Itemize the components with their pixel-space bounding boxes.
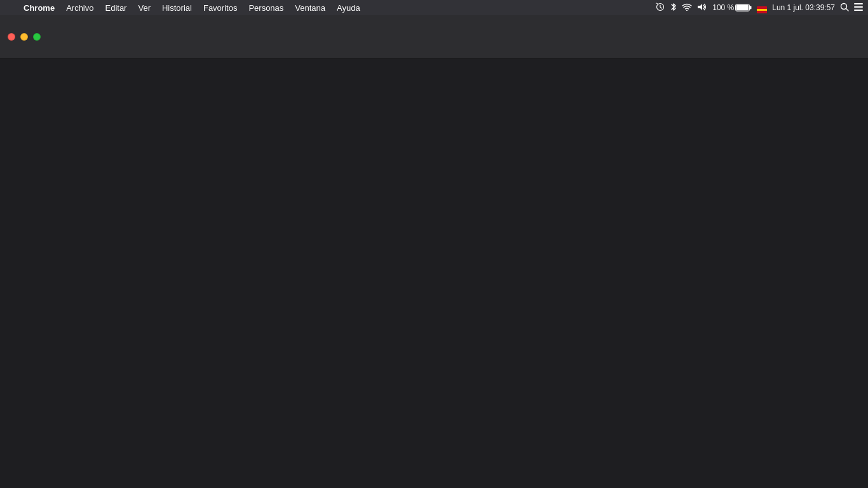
app-name-menu[interactable]: Chrome bbox=[19, 2, 59, 14]
control-center-icon[interactable] bbox=[854, 3, 863, 13]
menu-favoritos[interactable]: Favoritos bbox=[199, 2, 241, 14]
menu-editar[interactable]: Editar bbox=[100, 2, 131, 14]
menubar-left: Chrome Archivo Editar Ver Historial Favo… bbox=[5, 2, 365, 14]
time-machine-icon[interactable] bbox=[655, 3, 665, 13]
bluetooth-icon[interactable] bbox=[670, 3, 677, 13]
chrome-window-header bbox=[0, 15, 868, 58]
svg-point-1 bbox=[686, 10, 688, 11]
battery-status[interactable]: 100 % bbox=[712, 3, 752, 12]
menu-ver[interactable]: Ver bbox=[133, 2, 155, 14]
menu-historial[interactable]: Historial bbox=[158, 2, 196, 14]
spotlight-search-icon[interactable] bbox=[840, 3, 849, 13]
svg-rect-9 bbox=[854, 6, 863, 8]
svg-rect-10 bbox=[854, 10, 863, 11]
menu-personas[interactable]: Personas bbox=[244, 2, 288, 14]
apple-menu[interactable] bbox=[5, 6, 14, 9]
traffic-lights bbox=[8, 33, 41, 41]
menubar-right: 100 % Lun 1 jul. 03:39:57 bbox=[655, 2, 863, 13]
menu-ayuda[interactable]: Ayuda bbox=[332, 2, 365, 14]
svg-rect-4 bbox=[750, 6, 752, 10]
wifi-icon[interactable] bbox=[682, 3, 692, 13]
svg-rect-8 bbox=[854, 3, 863, 4]
battery-percent: 100 % bbox=[712, 3, 734, 12]
svg-rect-5 bbox=[736, 5, 749, 11]
maximize-button[interactable] bbox=[33, 33, 41, 41]
volume-icon[interactable] bbox=[697, 3, 707, 13]
menu-ventana[interactable]: Ventana bbox=[290, 2, 330, 14]
svg-marker-2 bbox=[698, 4, 702, 10]
close-button[interactable] bbox=[8, 33, 15, 41]
menu-archivo[interactable]: Archivo bbox=[62, 2, 98, 14]
menubar: Chrome Archivo Editar Ver Historial Favo… bbox=[0, 0, 868, 15]
datetime: Lun 1 jul. 03:39:57 bbox=[772, 3, 835, 12]
svg-line-7 bbox=[846, 8, 849, 11]
language-flag[interactable] bbox=[757, 2, 767, 13]
minimize-button[interactable] bbox=[20, 33, 28, 41]
main-content bbox=[0, 58, 868, 488]
